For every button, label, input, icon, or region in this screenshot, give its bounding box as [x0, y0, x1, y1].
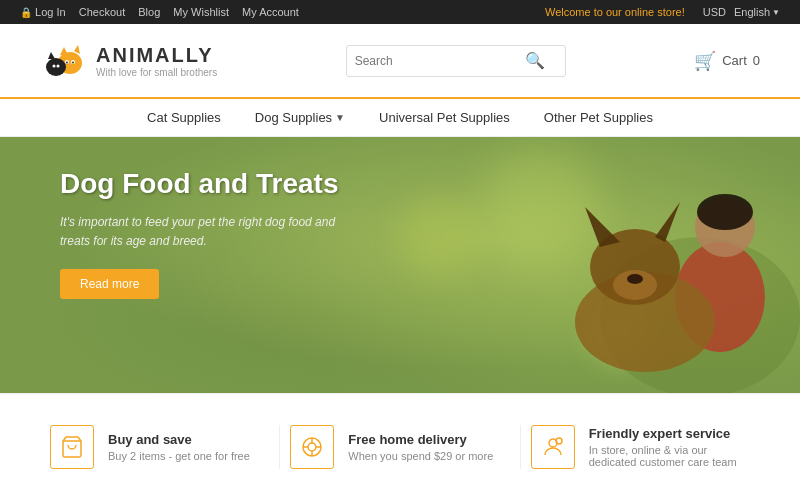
top-bar-right: Welcome to our online store! USD English… — [545, 6, 780, 18]
brand-tagline: With love for small brothers — [96, 67, 217, 78]
feature-buy-save-title: Buy and save — [108, 432, 250, 447]
svg-point-10 — [57, 64, 60, 67]
svg-point-5 — [66, 61, 68, 63]
feature-delivery-subtitle: When you spend $29 or more — [348, 450, 493, 462]
logo[interactable]: ANIMALLY With love for small brothers — [40, 37, 217, 85]
cart-area[interactable]: 🛒 Cart 0 — [694, 50, 760, 72]
svg-marker-8 — [48, 52, 55, 59]
hero-title: Dog Food and Treats — [60, 167, 340, 201]
hero-cta-button[interactable]: Read more — [60, 269, 159, 299]
hero-description: It's important to feed your pet the righ… — [60, 213, 340, 251]
feature-buy-save: Buy and save Buy 2 items - get one for f… — [40, 425, 279, 469]
blog-link[interactable]: Blog — [138, 6, 160, 18]
account-link[interactable]: My Account — [242, 6, 299, 18]
logo-text: ANIMALLY With love for small brothers — [96, 44, 217, 78]
svg-point-23 — [308, 443, 316, 451]
expert-icon — [531, 425, 575, 469]
feature-buy-save-text: Buy and save Buy 2 items - get one for f… — [108, 432, 250, 462]
search-icon: 🔍 — [525, 52, 545, 69]
feature-delivery-text: Free home delivery When you spend $29 or… — [348, 432, 493, 462]
delivery-icon — [290, 425, 334, 469]
nav-dog-supplies[interactable]: Dog Supplies ▼ — [253, 104, 347, 131]
currency-selector[interactable]: USD — [703, 6, 726, 18]
svg-point-14 — [697, 194, 753, 230]
checkout-link[interactable]: Checkout — [79, 6, 125, 18]
svg-point-7 — [46, 58, 66, 76]
search-box: 🔍 — [346, 45, 566, 77]
svg-marker-18 — [655, 202, 680, 242]
search-button[interactable]: 🔍 — [525, 51, 545, 70]
main-nav: Cat Supplies Dog Supplies ▼ Universal Pe… — [0, 99, 800, 137]
nav-cat-supplies[interactable]: Cat Supplies — [145, 104, 223, 131]
cart-count: 0 — [753, 53, 760, 68]
svg-point-9 — [53, 64, 56, 67]
brand-name: ANIMALLY — [96, 44, 217, 67]
feature-buy-save-subtitle: Buy 2 items - get one for free — [108, 450, 250, 462]
cart-label: Cart — [722, 53, 747, 68]
svg-marker-2 — [74, 45, 80, 54]
search-input[interactable] — [355, 54, 525, 68]
svg-marker-1 — [60, 47, 68, 55]
dog-supplies-dropdown-icon: ▼ — [335, 112, 345, 123]
header: ANIMALLY With love for small brothers 🔍 … — [0, 24, 800, 99]
feature-delivery: Free home delivery When you spend $29 or… — [279, 425, 519, 469]
login-link[interactable]: Log In — [35, 6, 66, 18]
nav-other-pet[interactable]: Other Pet Supplies — [542, 104, 655, 131]
welcome-message: Welcome to our online store! — [545, 6, 685, 18]
wishlist-link[interactable]: My Wishlist — [173, 6, 229, 18]
top-bar-links: 🔒 Log In Checkout Blog My Wishlist My Ac… — [20, 6, 309, 18]
language-selector[interactable]: English ▼ — [734, 6, 780, 18]
svg-point-6 — [72, 61, 74, 63]
lock-icon: 🔒 — [20, 7, 32, 18]
language-dropdown-icon: ▼ — [772, 8, 780, 17]
feature-expert: Friendly expert service In store, online… — [520, 425, 760, 469]
hero-section: Dog Food and Treats It's important to fe… — [0, 137, 800, 393]
logo-icon — [40, 37, 88, 85]
top-bar: 🔒 Log In Checkout Blog My Wishlist My Ac… — [0, 0, 800, 24]
buy-save-icon — [50, 425, 94, 469]
nav-universal-pet[interactable]: Universal Pet Supplies — [377, 104, 512, 131]
svg-marker-17 — [585, 207, 620, 247]
feature-expert-title: Friendly expert service — [589, 426, 750, 441]
features-section: Buy and save Buy 2 items - get one for f… — [0, 393, 800, 500]
cart-icon: 🛒 — [694, 50, 716, 72]
search-area: 🔍 — [217, 45, 694, 77]
hero-content: Dog Food and Treats It's important to fe… — [60, 167, 340, 299]
feature-expert-subtitle: In store, online & via our dedicated cus… — [589, 444, 750, 468]
feature-expert-text: Friendly expert service In store, online… — [589, 426, 750, 468]
svg-point-20 — [627, 274, 643, 284]
feature-delivery-title: Free home delivery — [348, 432, 493, 447]
